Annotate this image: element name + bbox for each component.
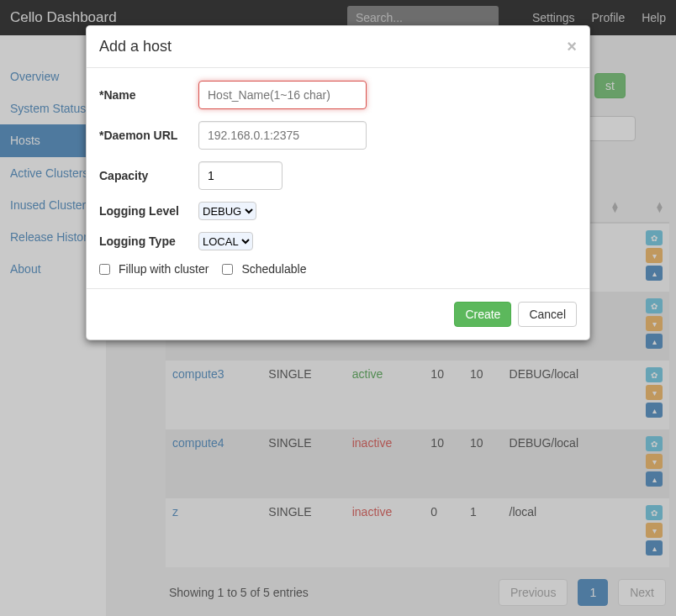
schedulable-label: Schedulable xyxy=(241,262,306,276)
daemon-url-input[interactable] xyxy=(198,121,367,150)
close-icon[interactable]: × xyxy=(567,37,577,56)
name-input[interactable] xyxy=(198,81,367,109)
fillup-label: Fillup with cluster xyxy=(119,262,209,276)
schedulable-checkbox[interactable] xyxy=(222,264,233,275)
fillup-checkbox[interactable] xyxy=(99,264,110,275)
capacity-label: Capacity xyxy=(99,169,198,182)
logging-level-select[interactable]: DEBUG xyxy=(198,202,256,220)
create-button[interactable]: Create xyxy=(454,302,511,327)
cancel-button[interactable]: Cancel xyxy=(518,302,577,327)
logging-type-select[interactable]: LOCAL xyxy=(198,232,253,250)
add-host-modal: Add a host × *Name *Daemon URL Capacity … xyxy=(86,25,590,340)
daemon-url-label: *Daemon URL xyxy=(99,129,198,142)
name-label: *Name xyxy=(99,88,198,102)
modal-title: Add a host xyxy=(99,38,172,55)
logging-level-label: Logging Level xyxy=(99,204,198,218)
logging-type-label: Logging Type xyxy=(99,234,198,248)
capacity-input[interactable] xyxy=(198,161,283,190)
